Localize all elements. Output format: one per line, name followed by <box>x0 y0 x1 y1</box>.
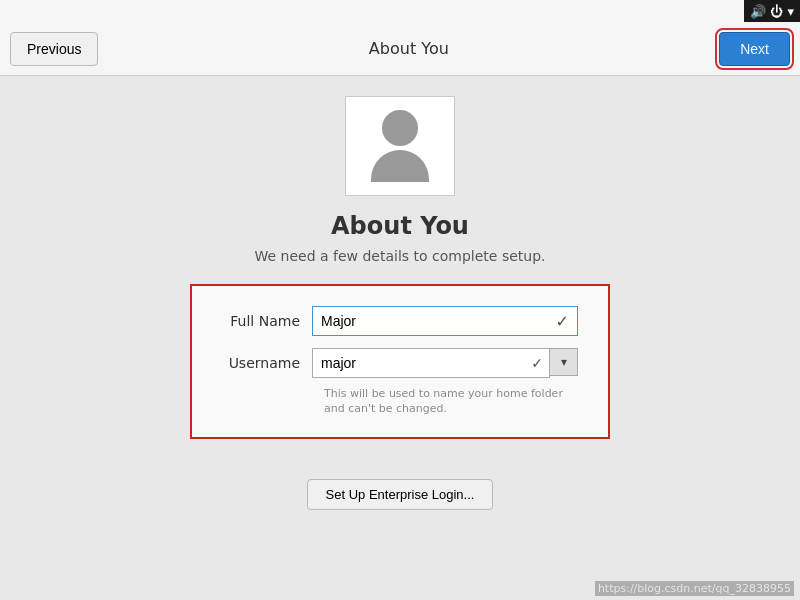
username-dropdown-button[interactable]: ▾ <box>550 348 578 376</box>
bottom-area: Set Up Enterprise Login... <box>0 479 800 510</box>
full-name-input-wrapper: ✓ <box>312 306 578 336</box>
main-content: About You We need a few details to compl… <box>0 76 800 439</box>
full-name-input[interactable] <box>313 307 548 335</box>
avatar <box>371 110 429 182</box>
previous-button[interactable]: Previous <box>10 32 98 66</box>
username-check-icon: ✓ <box>525 355 549 371</box>
form-box: Full Name ✓ Username ✓ ▾ This will be us… <box>190 284 610 439</box>
avatar-head <box>382 110 418 146</box>
username-input-box: ✓ <box>312 348 550 378</box>
full-name-row: Full Name ✓ <box>212 306 578 336</box>
menu-arrow-icon: ▾ <box>787 4 794 19</box>
about-you-subtitle: We need a few details to complete setup. <box>254 248 545 264</box>
username-hint: This will be used to name your home fold… <box>324 386 578 417</box>
username-input[interactable] <box>313 349 525 377</box>
full-name-label: Full Name <box>212 313 312 329</box>
avatar-body <box>371 150 429 182</box>
username-label: Username <box>212 355 312 371</box>
username-row: Username ✓ ▾ <box>212 348 578 378</box>
enterprise-login-button[interactable]: Set Up Enterprise Login... <box>307 479 494 510</box>
top-bar: 🔊 ⏻ ▾ Previous About You Next <box>0 0 800 76</box>
avatar-container <box>345 96 455 196</box>
power-icon: ⏻ <box>770 4 783 19</box>
volume-icon: 🔊 <box>750 4 766 19</box>
page-title: About You <box>369 39 449 58</box>
watermark: https://blog.csdn.net/qq_32838955 <box>595 581 794 596</box>
about-you-heading: About You <box>331 212 469 240</box>
next-button[interactable]: Next <box>719 32 790 66</box>
full-name-check-icon: ✓ <box>548 312 577 331</box>
system-icons-bar: 🔊 ⏻ ▾ <box>744 0 800 22</box>
username-field-wrapper: ✓ ▾ <box>312 348 578 378</box>
